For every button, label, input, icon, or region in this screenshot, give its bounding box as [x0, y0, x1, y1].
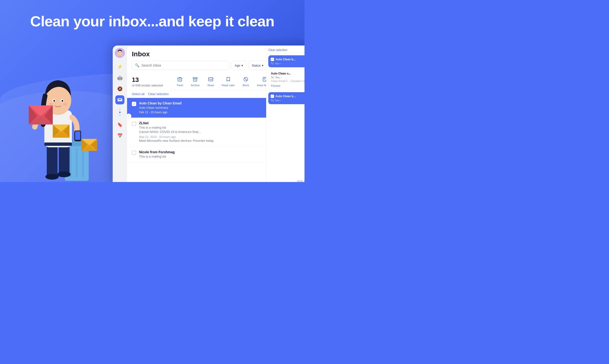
hero-title: Clean your inbox...and keep it clean [0, 13, 304, 29]
rp-checkbox: ✓ [271, 58, 274, 61]
age-filter-button[interactable]: Age ▾ [232, 61, 246, 70]
search-box[interactable]: 🔍 [132, 61, 229, 70]
email-checkbox[interactable]: ✓ [132, 102, 136, 106]
archive-label: Archive [191, 84, 200, 87]
sidebar-dot [119, 109, 121, 110]
search-input[interactable] [141, 64, 226, 67]
sidebar-item-inbox[interactable] [115, 95, 125, 104]
trash-button[interactable]: Trash [173, 75, 187, 88]
email-date: May 21, 2019 - 19 hours ago [139, 135, 176, 139]
read-later-icon [226, 77, 231, 83]
read-button[interactable]: Read [204, 75, 218, 88]
clear-selection-link[interactable]: Clear selection [148, 92, 169, 96]
illustration-area [14, 38, 115, 182]
rp-title: Auto Clean b... [276, 58, 296, 61]
read-later-button[interactable]: Read Later [219, 75, 238, 88]
right-panel-item-3[interactable]: ✓ Auto Clean b... To: You › [268, 92, 304, 104]
svg-point-10 [54, 100, 55, 102]
age-chevron-icon: ▾ [241, 64, 243, 67]
sender-name: ZLNet [139, 121, 149, 125]
svg-rect-1 [59, 144, 69, 175]
envelope-small-1 [53, 125, 69, 139]
rp-title: Auto Clean b... [276, 95, 296, 98]
envelope-large [29, 105, 53, 126]
selected-number: 13 [132, 76, 170, 84]
trash-label: Trash [177, 84, 183, 87]
read-label: Read [208, 84, 214, 87]
sidebar: › ⚡ 🤖 🔕 🔖 📅 [113, 46, 127, 182]
rp-to: To: You › [271, 76, 304, 79]
read-icon [208, 77, 213, 83]
svg-rect-0 [47, 144, 57, 177]
email-preview-2: Cancel NASA: COVID-19 is America's final… [139, 130, 201, 134]
preview-link[interactable]: Preview [271, 84, 280, 87]
avatar[interactable] [115, 48, 125, 58]
age-filter-label: Age [235, 64, 240, 67]
trash-icon [177, 77, 182, 83]
right-panel: Clear selection ✓ Auto Clean b... To: Yo… [266, 46, 304, 182]
read-later-label: Read Later [222, 84, 235, 87]
svg-rect-15 [75, 131, 80, 140]
email-checkbox[interactable] [132, 122, 136, 126]
svg-point-3 [57, 171, 71, 177]
selection-count: 13 of 699 emails selected [132, 76, 170, 87]
auto-clean-section-label: Auto Clean [297, 179, 304, 182]
sidebar-dot [119, 115, 121, 116]
sender-name: Auto Clean by Clean Email [139, 101, 181, 105]
svg-point-2 [45, 174, 59, 180]
status-chevron-icon: ▾ [262, 64, 263, 67]
select-all-link[interactable]: Select all [132, 92, 145, 96]
svg-rect-42 [208, 78, 213, 81]
auto-clean-label: Auto Clean [297, 179, 304, 182]
email-checkbox[interactable] [132, 151, 136, 155]
rp-title: Auto Clean s... [271, 72, 304, 75]
rp-checkbox: ✓ [271, 95, 274, 98]
sidebar-item-read-later[interactable]: 🔖 [115, 120, 125, 129]
status-filter-label: Status [252, 64, 261, 67]
svg-rect-39 [178, 78, 182, 81]
sidebar-item-calendar[interactable]: 📅 [115, 131, 125, 140]
sidebar-item-quick-actions[interactable]: ⚡ [115, 62, 125, 71]
email-preview: This is a mailing list [139, 155, 166, 158]
status-filter-button[interactable]: Status ▾ [249, 61, 267, 70]
block-label: Block [243, 84, 249, 87]
clear-selection-right-link[interactable]: Clear selection [268, 48, 287, 52]
svg-point-13 [63, 103, 68, 106]
sidebar-dot [119, 112, 121, 113]
app-panel: › ⚡ 🤖 🔕 🔖 📅 Inbox [113, 46, 304, 182]
sidebar-item-auto-clean[interactable]: 🤖 [115, 73, 125, 82]
rp-to: To: You › [271, 62, 304, 65]
right-panel-item-2[interactable]: Auto Clean s... To: You › Clean Email C.… [268, 69, 304, 90]
block-icon [243, 77, 249, 83]
expand-sidebar-button[interactable]: › [126, 114, 131, 119]
block-button[interactable]: Block [238, 75, 253, 88]
rp-to: To: You › [271, 99, 304, 102]
sidebar-scroll-indicators [119, 106, 121, 118]
right-panel-item-1[interactable]: ✓ Auto Clean b... To: You › [268, 55, 304, 67]
rp-body: Clean Email C... Canada's mo... [271, 79, 304, 82]
selected-label: of 699 emails selected [132, 84, 170, 87]
sender-name: Nicole from Forshmag [139, 150, 175, 154]
archive-button[interactable]: Archive [188, 75, 203, 88]
svg-point-11 [62, 100, 63, 102]
search-icon: 🔍 [135, 63, 139, 67]
email-date: Feb 13 - 15 hours ago [139, 111, 167, 114]
envelope-small-2 [82, 139, 97, 152]
sidebar-item-unsubscribe[interactable]: 🔕 [115, 84, 125, 93]
svg-rect-5 [44, 143, 72, 146]
archive-icon [193, 77, 198, 83]
